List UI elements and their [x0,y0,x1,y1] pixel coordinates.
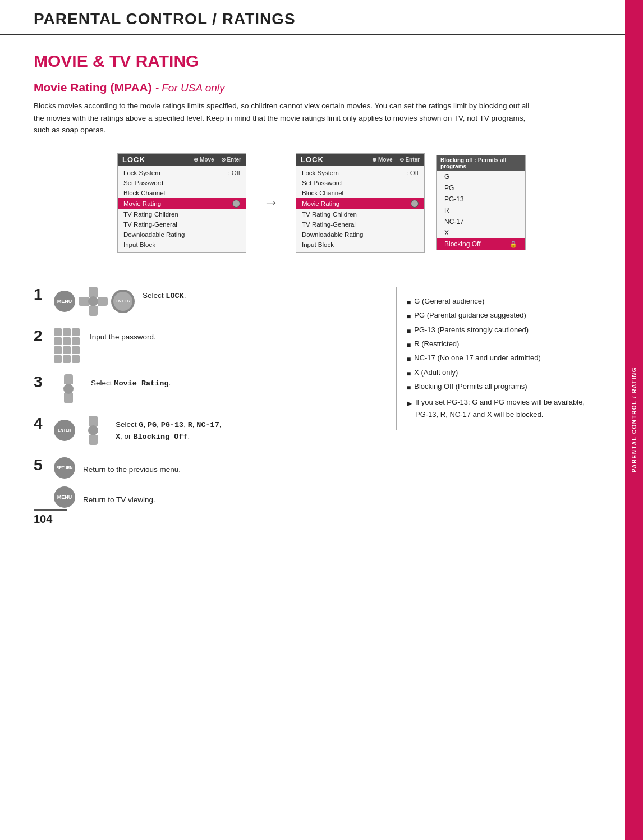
section-title: MOVIE & TV RATING [34,52,609,71]
dropdown-item-nc17: NC-17 [437,216,525,227]
dropdown-header: Blocking off : Permits all programs [437,155,525,171]
info-item-r: ■ R (Restricted) [407,338,599,351]
steps-right: ■ G (General audience) ■ PG (Parental gu… [396,287,609,520]
bullet-pg: ■ [407,311,411,322]
dropdown-item-x: X [437,227,525,238]
bullet-pg13: ■ [407,325,411,337]
menu-button-5b: MENU [54,486,75,508]
dropdown-item-g: G [437,171,525,182]
step-3-text: Select Movie Rating. [91,374,171,389]
bullet-g: ■ [407,297,411,308]
page-header: PARENTAL CONTROL / RATINGS [0,0,643,35]
menu-button: MENU [54,291,75,312]
arrow-bullet: ▶ [407,398,412,409]
step-5-texts: Return to the previous menu. Return to T… [83,457,181,506]
info-item-g: ■ G (General audience) [407,295,599,308]
step-2-icons [54,328,82,362]
mockup1-circle [232,200,240,208]
mockup1-lock-value: : Off [228,169,240,176]
bullet-nc17: ■ [407,354,411,365]
step-5-number: 5 [34,457,46,473]
step-2-number: 2 [34,328,46,344]
step-1: 1 MENU ENTER [34,287,379,316]
mockup2-header: LOCK ⊕ Move ⊙ Enter [296,154,424,166]
mockup2-row-movie-rating: Movie Rating [296,198,424,209]
subsection-subtitle: - For USA only [155,82,225,94]
step-5b-icons: MENU [54,486,75,508]
info-text-pg: PG (Parental guidance suggested) [414,309,526,322]
mockup2-row-lock-system: Lock System : Off [296,168,424,178]
info-item-pg13: ■ PG-13 (Parents strongly cautioned) [407,324,599,337]
mockup2-row-downloadable: Downloadable Rating [296,229,424,240]
step-4-number: 4 [34,416,46,432]
mockup2-row-tv-general: TV Rating-General [296,219,424,229]
mockup2-row-set-password: Set Password [296,178,424,188]
page-title: PARENTAL CONTROL / RATINGS [34,10,296,27]
mockup1-header: LOCK ⊕ Move ⊙ Enter [118,154,246,166]
info-item-arrow: ▶ If you set PG-13: G and PG movies will… [407,396,599,421]
info-item-x: ■ X (Adult only) [407,366,599,379]
info-text-blocking-off: Blocking Off (Permits all programs) [414,380,527,393]
bullet-r: ■ [407,339,411,351]
info-text-pg13: PG-13 (Parents strongly cautioned) [414,324,529,336]
step-5-sub-steps: RETURN MENU [54,457,75,508]
step-5b-text: Return to TV viewing. [83,491,181,506]
mockup1-row-block-channel: Block Channel [118,188,246,198]
mockup1-header-title: LOCK [122,155,145,164]
mockup1-header-controls: ⊕ Move ⊙ Enter [194,157,241,163]
info-item-pg: ■ PG (Parental guidance suggested) [407,309,599,322]
numpad-button [54,328,82,362]
mockup2-header-controls: ⊕ Move ⊙ Enter [372,157,420,163]
steps-section: 1 MENU ENTER [34,287,609,520]
rating-dropdown: Blocking off : Permits all programs G PG… [436,155,526,250]
mockup1-row-tv-children: TV Rating-Children [118,209,246,219]
return-button-label: RETURN [56,466,72,470]
sidebar-label: PARENTAL CONTROL / RATING [625,0,643,840]
step-4-text: Select G, PG, PG-13, R, NC-17,X, or Bloc… [116,416,222,443]
mockup2-row-input-block: Input Block [296,240,424,250]
dpad-button-1 [79,287,108,316]
mockup2-body: Lock System : Off Set Password Block Cha… [296,166,424,252]
lock-icon: 🔒 [509,241,517,248]
mockup1-body: Lock System : Off Set Password Block Cha… [118,166,246,252]
step-2-text: Input the password. [90,328,156,343]
info-item-blocking-off: ■ Blocking Off (Permits all programs) [407,380,599,393]
dpad-down [89,306,98,316]
dpad-left [79,297,89,306]
dropdown-item-pg: PG [437,182,525,194]
mockup1-move-icon: ⊕ Move [194,157,214,163]
step-3: 3 Select Movie Rating. [34,374,379,403]
mockup2-row-block-channel: Block Channel [296,188,424,198]
step-5a-icons: RETURN [54,457,75,479]
menu-button-5b-label: MENU [57,494,72,500]
info-text-r: R (Restricted) [414,338,459,350]
mockup2-header-title: LOCK [301,155,324,164]
step-5: 5 RETURN MENU Ret [34,457,379,508]
mockup1-enter-icon: ⊙ Enter [221,157,241,163]
dpad-up [89,287,98,297]
steps-left: 1 MENU ENTER [34,287,379,520]
info-box: ■ G (General audience) ■ PG (Parental gu… [396,287,609,430]
mockup1-row-set-password: Set Password [118,178,246,188]
dpad-button-4 [79,416,108,445]
bullet-x: ■ [407,368,411,379]
mockup2-circle [411,200,419,208]
enter-label-4: ENTER [58,428,71,432]
enter-button-label: ENTER [115,299,130,304]
arrow-between-mockups: → [263,194,279,212]
mockup1-row-lock-system: Lock System : Off [118,168,246,178]
mockup1-row-input-block: Input Block [118,240,246,250]
mockup1-row-tv-general: TV Rating-General [118,219,246,229]
main-content: MOVIE & TV RATING Movie Rating (MPAA) - … [0,35,643,537]
step-4: 4 ENTER Select G, PG, PG-13, R, NC-17,X,… [34,416,379,445]
info-item-nc17: ■ NC-17 (No one 17 and under admitted) [407,352,599,365]
mockup1-row-downloadable: Downloadable Rating [118,229,246,240]
tv-mockup-2: LOCK ⊕ Move ⊙ Enter Lock System : Off Se… [296,153,425,253]
step-3-icons [54,374,83,403]
dropdown-item-blocking-off: Blocking Off 🔒 [437,238,525,250]
step-1-number: 1 [34,287,46,302]
step-5a-text: Return to the previous menu. [83,461,181,475]
tv-mockup-1: LOCK ⊕ Move ⊙ Enter Lock System : Off Se… [117,153,246,253]
info-text-nc17: NC-17 (No one 17 and under admitted) [414,352,540,364]
step-3-number: 3 [34,374,46,390]
